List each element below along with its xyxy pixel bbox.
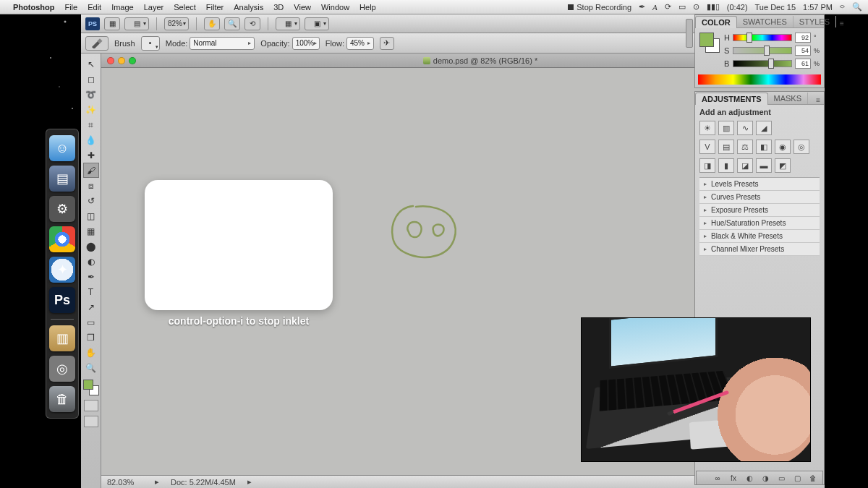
adj-colorbalance-icon[interactable]: ⚖ <box>737 140 753 154</box>
app-menu[interactable]: Photoshop <box>13 3 54 12</box>
status-zoom[interactable]: 82.03% <box>107 478 143 487</box>
tool-wand[interactable]: ✨ <box>83 102 99 117</box>
panel-fg-swatch[interactable] <box>699 33 714 47</box>
iconbar-folder-icon[interactable]: ▭ <box>776 473 786 483</box>
adj-levels-icon[interactable]: ▥ <box>718 121 734 135</box>
iconbar-adjust-icon[interactable]: ◑ <box>760 473 770 483</box>
tool-lasso[interactable]: ➰ <box>83 87 99 102</box>
status-menu-icon[interactable]: ▸ <box>246 479 253 486</box>
menu-3d[interactable]: 3D <box>273 3 284 12</box>
quickmask-toggle[interactable] <box>84 400 98 411</box>
display-icon[interactable]: ▭ <box>678 2 686 12</box>
tab-masks[interactable]: MASKS <box>768 93 809 104</box>
ink-icon[interactable]: ✒ <box>639 2 645 12</box>
preset-curves[interactable]: Curves Presets <box>699 191 820 204</box>
preset-chmixer[interactable]: Channel Mixer Presets <box>699 243 820 256</box>
current-tool-icon[interactable] <box>85 36 109 51</box>
adj-selectivecolor-icon[interactable]: ◩ <box>775 158 791 173</box>
screenmode-toggle[interactable] <box>84 416 98 427</box>
menu-image[interactable]: Image <box>111 3 134 12</box>
zoom-tool-button[interactable]: 🔍 <box>224 17 240 30</box>
adj-bw-icon[interactable]: ◧ <box>756 140 772 154</box>
tool-brush[interactable]: 🖌 <box>83 163 99 178</box>
menubar-time[interactable]: 1:57 PM <box>803 3 833 12</box>
rotate-view-button[interactable]: ⟲ <box>244 17 260 30</box>
adj-posterize-icon[interactable]: ▮ <box>718 158 734 173</box>
tool-path-select[interactable]: ↗ <box>83 299 99 314</box>
adj-threshold-icon[interactable]: ◪ <box>737 158 753 173</box>
timemachine-icon[interactable]: ⊙ <box>693 2 699 12</box>
panel-menu-icon[interactable]: ≡ <box>836 20 848 27</box>
tool-pen[interactable]: ✒ <box>83 269 99 284</box>
blend-mode-select[interactable]: Normal <box>190 37 255 50</box>
foreground-color-swatch[interactable] <box>83 380 93 390</box>
menu-filter[interactable]: Filter <box>206 3 224 12</box>
menu-layer[interactable]: Layer <box>144 3 164 12</box>
dock-stack[interactable]: ◎ <box>49 356 75 382</box>
window-minimize[interactable] <box>118 57 125 64</box>
tool-shape[interactable]: ▭ <box>83 314 99 330</box>
hue-value[interactable]: 92 <box>795 33 811 43</box>
window-close[interactable] <box>107 57 114 64</box>
menu-edit[interactable]: Edit <box>88 3 101 12</box>
adj-vibrance-icon[interactable]: V <box>699 140 715 154</box>
iconbar-link-icon[interactable]: ∞ <box>712 473 723 483</box>
opacity-input[interactable]: 100% <box>292 37 320 50</box>
wifi-icon[interactable]: ⌔ <box>840 3 845 12</box>
panel-color-swatches[interactable] <box>699 33 720 53</box>
menu-help[interactable]: Help <box>359 3 376 12</box>
menu-view[interactable]: View <box>294 3 311 12</box>
viewextras-dropdown[interactable]: ▤ <box>124 17 149 30</box>
tool-eyedropper[interactable]: 💧 <box>83 132 99 147</box>
status-popup-icon[interactable]: ▸ <box>153 479 161 486</box>
menu-select[interactable]: Select <box>174 3 196 12</box>
dock-system[interactable]: ⚙ <box>49 196 75 222</box>
bri-value[interactable]: 61 <box>795 59 811 69</box>
tool-3d[interactable]: ❒ <box>83 330 99 345</box>
adj-photofilter-icon[interactable]: ◉ <box>775 140 791 154</box>
tab-color[interactable]: COLOR <box>695 16 737 28</box>
panel-collapse-grip[interactable] <box>686 19 693 48</box>
tool-type[interactable]: T <box>83 284 99 299</box>
airbrush-toggle[interactable]: ✈ <box>380 37 394 50</box>
flow-input[interactable]: 45% <box>346 37 374 50</box>
dock-chrome[interactable] <box>49 226 75 252</box>
preset-exposure[interactable]: Exposure Presets <box>699 204 820 217</box>
tool-zoom[interactable]: 🔍 <box>83 360 99 375</box>
color-swatches[interactable] <box>83 380 99 395</box>
iconbar-mask-icon[interactable]: ◐ <box>744 473 754 483</box>
color-spectrum-bar[interactable] <box>698 74 821 85</box>
dock-trash[interactable]: 🗑 <box>49 386 75 412</box>
menu-file[interactable]: File <box>64 3 77 12</box>
bri-slider[interactable] <box>733 60 792 67</box>
adj-brightness-icon[interactable]: ☀ <box>699 121 715 135</box>
tool-crop[interactable]: ⌗ <box>83 117 99 132</box>
tool-dodge[interactable]: ◐ <box>83 254 99 269</box>
iconbar-trash-icon[interactable]: 🗑 <box>808 473 818 483</box>
inklet-overlay[interactable] <box>145 180 333 310</box>
tool-eraser[interactable]: ◫ <box>83 208 99 223</box>
tab-adjustments[interactable]: ADJUSTMENTS <box>695 93 768 105</box>
preset-huesat[interactable]: Hue/Saturation Presets <box>699 217 820 230</box>
preset-bw[interactable]: Black & White Presets <box>699 230 820 243</box>
sat-slider[interactable] <box>733 47 792 54</box>
tab-swatches[interactable]: SWATCHES <box>737 16 793 27</box>
iconbar-new-icon[interactable]: ▢ <box>792 473 802 483</box>
tool-history-brush[interactable]: ↺ <box>83 193 99 208</box>
window-zoom[interactable] <box>129 57 136 64</box>
tool-gradient[interactable]: ▦ <box>83 223 99 239</box>
dock-preview[interactable]: ▤ <box>49 166 75 192</box>
dock-folder[interactable]: ▥ <box>49 325 75 351</box>
adj-channelmixer-icon[interactable]: ◎ <box>793 140 809 154</box>
ps-logo-icon[interactable]: PS <box>85 17 100 30</box>
menu-analysis[interactable]: Analysis <box>234 3 263 12</box>
adj-curves-icon[interactable]: ∿ <box>737 121 753 135</box>
dock-photoshop[interactable]: Ps <box>49 287 75 313</box>
sat-value[interactable]: 54 <box>795 46 811 56</box>
tool-blur[interactable]: ⬤ <box>83 239 99 254</box>
status-docsize[interactable]: Doc: 5.22M/4.45M <box>171 478 236 487</box>
iconbar-fx-icon[interactable]: fx <box>728 473 739 483</box>
arrange-dropdown[interactable]: ▦ <box>276 17 300 30</box>
menubar-date[interactable]: Tue Dec 15 <box>755 3 796 12</box>
adj-gradientmap-icon[interactable]: ▬ <box>756 158 772 173</box>
